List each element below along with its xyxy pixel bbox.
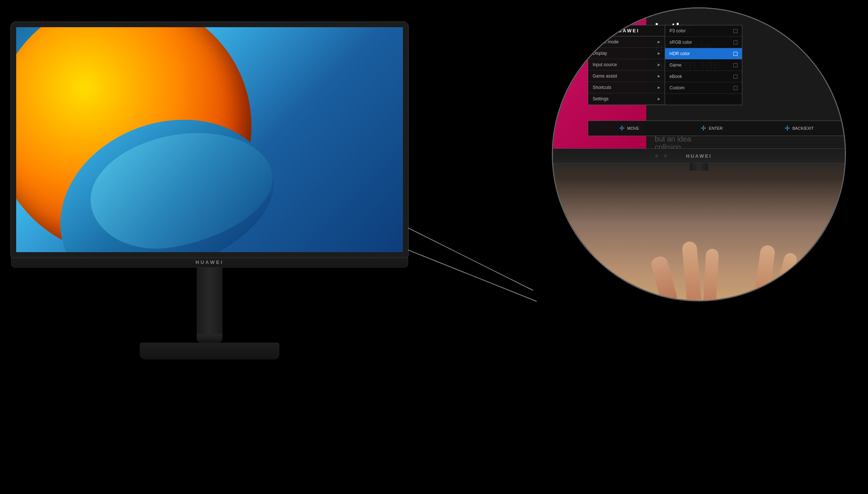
- osd-sub-item-ebook[interactable]: eBook: [665, 71, 742, 82]
- zoom-circle: In the Eisenste not an ide ccessive sho …: [552, 7, 846, 301]
- svg-line-0: [408, 228, 533, 290]
- zoom-middle-bar: HUAWEI: [553, 148, 845, 163]
- osd-left-menu: HUAWEI Picture mode ▶ Display ▶ Input so…: [588, 25, 665, 105]
- osd-item-game-assist[interactable]: Game assist ▶: [588, 71, 665, 82]
- back-icon: ✛: [785, 124, 790, 132]
- osd-item-settings[interactable]: Settings ▶: [588, 93, 665, 105]
- osd-panel: HUAWEI Picture mode ▶ Display ▶ Input so…: [588, 25, 742, 105]
- arrow-icon-1: ▶: [658, 51, 660, 55]
- finger-2: [703, 248, 719, 300]
- monitor-neck: [197, 268, 222, 334]
- monitor-base: [140, 343, 279, 359]
- arrow-icon-3: ▶: [658, 74, 660, 78]
- osd-item-display[interactable]: Display ▶: [588, 48, 665, 59]
- checkbox-custom: [733, 86, 737, 90]
- zoom-bottom-hands: [553, 148, 845, 300]
- checkbox-p3: [733, 29, 737, 33]
- osd-sub-item-custom[interactable]: Custom: [665, 82, 742, 94]
- arrow-icon-5: ▶: [658, 97, 660, 101]
- finger-3: [650, 255, 677, 300]
- monitor-brand-label: HUAWEI: [196, 259, 224, 265]
- osd-right-submenu: P3 color sRGB color HDR color Game eBook…: [665, 25, 742, 105]
- finger-1: [682, 241, 701, 300]
- move-icon: ✛: [619, 124, 625, 132]
- osd-sub-item-game[interactable]: Game: [665, 60, 742, 71]
- svg-line-1: [408, 250, 537, 301]
- arrow-icon-4: ▶: [658, 86, 660, 89]
- enter-icon: ✛: [701, 124, 706, 132]
- osd-nav-enter: ✛ ENTER: [701, 124, 722, 132]
- osd-item-picture-mode[interactable]: Picture mode ▶: [588, 36, 665, 48]
- osd-sub-item-srgb[interactable]: sRGB color: [665, 37, 742, 48]
- zoom-middle-brand: HUAWEI: [686, 153, 712, 159]
- osd-sub-item-p3[interactable]: P3 color: [665, 25, 742, 37]
- bottom-bezel: HUAWEI: [11, 257, 408, 268]
- checkbox-ebook: [733, 75, 737, 79]
- arrow-icon-2: ▶: [658, 63, 660, 67]
- checkbox-srgb: [733, 40, 737, 44]
- checkbox-game: [733, 63, 737, 67]
- osd-sub-item-hdr[interactable]: HDR color: [665, 48, 742, 60]
- osd-nav-move: ✛ MOVE: [619, 124, 639, 132]
- monitor-assembly: HUAWEI: [11, 22, 408, 359]
- screen-display: [16, 27, 403, 252]
- osd-nav-bar: ✛ MOVE ✛ ENTER ✛ BACK/EXIT: [588, 121, 845, 136]
- zoom-subtext-2: but an idea: [649, 135, 845, 143]
- monitor-neck-bend: [197, 334, 222, 343]
- osd-item-input-source[interactable]: Input source ▶: [588, 59, 665, 71]
- osd-header-label: HUAWEI: [588, 25, 665, 36]
- arrow-icon-0: ▶: [658, 40, 660, 44]
- finger-5: [774, 252, 798, 300]
- osd-nav-back: ✛ BACK/EXIT: [785, 124, 814, 132]
- monitor-screen: [11, 22, 408, 257]
- checkbox-hdr: [733, 52, 737, 56]
- finger-4: [753, 244, 775, 300]
- osd-item-shortcuts[interactable]: Shortcuts ▶: [588, 82, 665, 93]
